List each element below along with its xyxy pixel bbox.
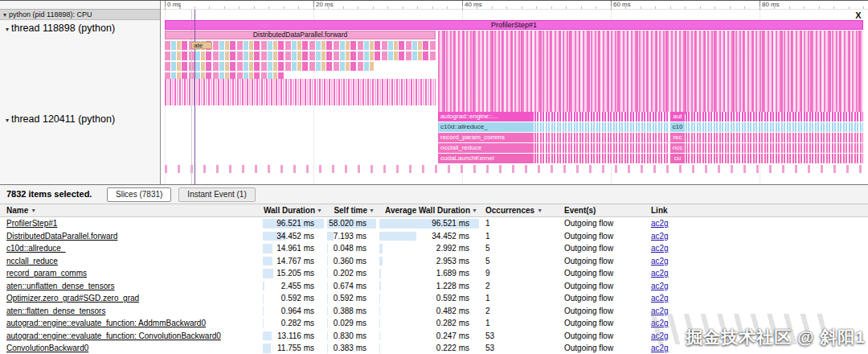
timeline-slice[interactable]: c10 (670, 122, 685, 132)
sparse-slices-row[interactable] (165, 165, 863, 173)
timeline-slice-group[interactable] (534, 122, 669, 132)
process-track-header[interactable]: ▾python (pid 118898): CPU (0, 9, 160, 20)
table-row[interactable]: ncclall_reduce 14.767 ms 0.360 ms 2.953 … (0, 255, 868, 268)
duration-bar (379, 294, 380, 303)
timeline-slice[interactable]: rec (670, 133, 685, 142)
table-row[interactable]: c10d::allreduce_ 14.961 ms 0.048 ms 2.99… (0, 242, 868, 255)
ddp-forward-slice[interactable]: DistributedDataParallel.forward (165, 31, 436, 39)
self-time-cell: 0.592 ms (326, 292, 378, 305)
dense-slices-forward-row2[interactable] (165, 51, 436, 60)
slice-name-link[interactable]: ncclall_reduce (0, 255, 261, 268)
table-row[interactable]: ConvolutionBackward0 11.755 ms 0.383 ms … (0, 342, 868, 354)
column-header-link[interactable]: Link (649, 204, 714, 216)
self-time-cell: 0.048 ms (326, 242, 378, 255)
timeline-slice[interactable]: c10d::allreduce_ (438, 122, 534, 132)
ac2g-link[interactable]: ac2g (649, 255, 714, 268)
ac2g-link[interactable]: ac2g (649, 342, 714, 354)
slice-name-link[interactable]: record_param_comms (0, 267, 261, 280)
duration-bar (263, 257, 272, 266)
timeline-slice-group[interactable] (686, 122, 863, 132)
ac2g-link[interactable]: ac2g (649, 317, 714, 330)
duration-bar (327, 307, 328, 316)
duration-bar (327, 331, 328, 341)
timeline-slice-group[interactable] (686, 112, 863, 121)
slice-name-link[interactable]: DistributedDataParallel.forward (0, 230, 261, 243)
aten-slice[interactable]: ate (191, 42, 212, 49)
timeline-slice[interactable]: ncclall_reduce (438, 143, 534, 153)
table-row[interactable]: ProfilerStep#1 96.521 ms 58.020 ms 96.52… (0, 217, 868, 230)
timeline-slice-group[interactable] (686, 143, 863, 153)
self-time-cell: 0.388 ms (326, 305, 378, 318)
duration-bar (327, 319, 328, 328)
table-row[interactable]: autograd::engine::evaluate_function: Add… (0, 317, 868, 330)
ac2g-link[interactable]: ac2g (649, 217, 714, 230)
collapse-triangle-icon[interactable]: ▾ (6, 26, 9, 33)
thread-120411-track[interactable]: ProfilerStep#1 DistributedDataParallel.f… (162, 10, 868, 184)
ac2g-link[interactable]: ac2g (649, 242, 714, 255)
timeline-slice-group[interactable] (686, 133, 863, 142)
column-header-self-time[interactable]: Self time ▼ (326, 204, 378, 216)
timeline-slice-group[interactable] (686, 154, 863, 163)
profiler-step-slice[interactable]: ProfilerStep#1 (165, 20, 863, 30)
sort-arrow-icon[interactable]: ▼ (472, 208, 477, 213)
timeline-slice-group[interactable] (534, 143, 669, 153)
occurrences-cell: 1 (481, 317, 561, 330)
ac2g-link[interactable]: ac2g (649, 330, 714, 343)
table-row[interactable]: DistributedDataParallel.forward 34.452 m… (0, 230, 868, 243)
average-wall-duration-cell: 1.689 ms (378, 267, 481, 280)
slice-name-link[interactable]: Optimizer.zero_grad#SGD.zero_grad (0, 292, 261, 305)
slice-name-link[interactable]: aten::unflatten_dense_tensors (0, 280, 261, 293)
sort-arrow-icon[interactable]: ▼ (31, 208, 36, 213)
collapse-triangle-icon[interactable]: ▾ (3, 11, 6, 19)
column-header-occurrences[interactable]: Occurrences ▼ (481, 204, 561, 216)
table-row[interactable]: aten::flatten_dense_tensors 0.964 ms 0.3… (0, 305, 868, 318)
ac2g-link[interactable]: ac2g (649, 280, 714, 293)
timeline-slice-group[interactable] (534, 133, 669, 142)
tab-instant-event[interactable]: Instant Event (1) (178, 187, 255, 202)
slice-name-link[interactable]: autograd::engine::evaluate_function: Add… (0, 317, 261, 330)
column-header-name[interactable]: Name ▼ (0, 204, 261, 216)
ac2g-link[interactable]: ac2g (649, 267, 714, 280)
thread-120411-label[interactable]: ▾thread 120411 (python) (6, 113, 115, 125)
duration-bar (379, 257, 383, 266)
column-header-wall-duration[interactable]: Wall Duration ▼ (261, 204, 326, 216)
timeline-slice[interactable]: autograd::engine::... (438, 112, 534, 121)
table-row[interactable]: record_param_comms 15.205 ms 0.202 ms 1.… (0, 267, 868, 280)
wall-duration-cell: 34.452 ms (261, 230, 326, 243)
events-cell: Outgoing flow (561, 342, 649, 354)
ruler-tick: 40 ms (462, 1, 482, 10)
slice-name-link[interactable]: ProfilerStep#1 (0, 217, 261, 230)
timeline-slice[interactable]: record_param_comms (438, 133, 534, 142)
timeline-slice[interactable]: cudaLaunchKernel (438, 154, 534, 163)
sort-arrow-icon[interactable]: ▼ (317, 208, 322, 213)
slice-name-link[interactable]: aten::flatten_dense_tensors (0, 305, 261, 318)
track-sidebar: ▾python (pid 118898): CPU ▾thread 118898… (0, 1, 161, 184)
sort-arrow-icon[interactable]: ▼ (369, 208, 375, 213)
slice-name-link[interactable]: autograd::engine::evaluate_function: Con… (0, 330, 261, 343)
table-row[interactable]: Optimizer.zero_grad#SGD.zero_grad 0.592 … (0, 292, 868, 305)
thread-118898-label[interactable]: ▾thread 118898 (python) (6, 23, 115, 34)
tab-slices[interactable]: Slices (7831) (107, 187, 171, 202)
duration-bar (327, 344, 328, 353)
column-header-events[interactable]: Event(s) (561, 204, 649, 216)
timeline-slice[interactable]: ncc (670, 143, 685, 153)
column-header-average-wall-duration[interactable]: Average Wall Duration ▼ (378, 204, 481, 216)
timeline-ruler[interactable]: 0 ms20 ms40 ms60 ms80 ms (161, 1, 868, 10)
ac2g-link[interactable]: ac2g (649, 230, 714, 243)
dense-slices-forward-bottom[interactable] (165, 79, 436, 105)
ac2g-link[interactable]: ac2g (649, 292, 714, 305)
collapse-triangle-icon[interactable]: ▾ (6, 117, 9, 124)
slice-name-link[interactable]: c10d::allreduce_ (0, 242, 261, 255)
slice-name-link[interactable]: ConvolutionBackward0 (0, 342, 261, 354)
timeline-slice-group[interactable] (534, 112, 669, 121)
table-row[interactable]: aten::unflatten_dense_tensors 2.455 ms 0… (0, 280, 868, 293)
dense-slices-backward[interactable] (438, 31, 863, 114)
table-row[interactable]: autograd::engine::evaluate_function: Con… (0, 330, 868, 343)
timeline-slice[interactable]: aut (670, 112, 685, 121)
sort-arrow-icon[interactable]: ▼ (537, 208, 542, 213)
timeline-slice[interactable]: cu (670, 154, 685, 163)
ac2g-link[interactable]: ac2g (649, 305, 714, 318)
close-icon[interactable]: X (853, 10, 864, 20)
timeline-slice-group[interactable] (534, 154, 669, 163)
dense-slices-forward-row3[interactable] (165, 62, 374, 71)
